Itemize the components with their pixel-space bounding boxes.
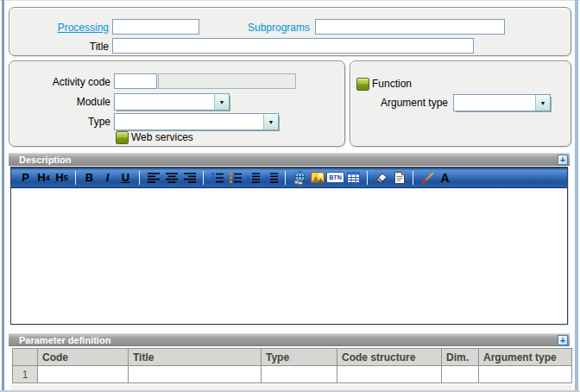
chevron-down-icon: ▼ [268, 119, 274, 125]
window-frame-right [575, 0, 578, 392]
window-frame-top [0, 0, 580, 1]
module-combo[interactable]: ▼ [114, 93, 230, 111]
outdent-icon[interactable] [262, 169, 281, 187]
align-left-icon[interactable] [144, 169, 162, 187]
indent-icon[interactable] [244, 169, 262, 187]
function-label: Function [372, 78, 412, 90]
argument-type-combo[interactable]: ▼ [453, 94, 551, 111]
font-color-button[interactable]: A [436, 169, 454, 187]
description-section-title: Description [19, 155, 72, 165]
insert-table-icon[interactable] [344, 169, 362, 187]
processing-input[interactable] [112, 19, 199, 35]
processing-link[interactable]: Processing [9, 22, 109, 34]
function-group-box: Function Argument type ▼ [350, 60, 571, 147]
heading5-button[interactable]: H5 [53, 169, 71, 187]
argument-type-combo-value [457, 97, 534, 109]
insert-image-icon[interactable] [308, 169, 326, 187]
toolbar-separator [413, 171, 413, 185]
toolbar-separator [285, 171, 286, 185]
cell-title[interactable] [129, 366, 262, 383]
column-header-type: Type [262, 349, 337, 366]
function-checkbox[interactable] [356, 78, 369, 91]
window-frame-left [2, 0, 4, 392]
module-combo-value [117, 96, 213, 108]
underline-button[interactable]: U [117, 169, 135, 187]
activity-code-input[interactable] [114, 73, 157, 89]
subprograms-input[interactable] [315, 19, 505, 35]
type-combo-value [117, 116, 262, 128]
subprograms-label: Subprograms [213, 22, 310, 34]
module-combo-button[interactable]: ▼ [214, 94, 229, 110]
subprogram-form-window: Processing Subprograms Title Activity co… [0, 0, 580, 392]
parameters-section-header: Parameter definition + [9, 333, 570, 346]
column-header-code: Code [38, 349, 129, 366]
row-number-header [13, 349, 38, 366]
row-number-cell[interactable]: 1 [13, 366, 38, 383]
module-label: Module [9, 96, 110, 108]
insert-button-icon[interactable]: BTN [326, 169, 344, 187]
column-header-argument-type: Argument type [479, 349, 572, 366]
type-combo[interactable]: ▼ [114, 113, 279, 130]
eraser-icon[interactable] [372, 169, 390, 187]
column-header-dim: Dim. [442, 349, 479, 366]
description-text-area[interactable] [11, 188, 567, 324]
source-document-icon[interactable] [390, 169, 408, 187]
align-center-icon[interactable] [162, 169, 180, 187]
cell-argument-type[interactable] [479, 366, 572, 383]
insert-link-globe-icon[interactable] [290, 169, 308, 187]
toolbar-separator [75, 171, 76, 185]
column-header-title: Title [129, 349, 262, 366]
cell-dim[interactable] [442, 366, 479, 383]
richtext-toolbar: P H4 H5 B I U [11, 168, 567, 188]
expand-section-icon[interactable]: + [558, 155, 568, 165]
numbered-list-icon[interactable] [226, 169, 244, 187]
details-group-box: Activity code Module ▼ Type ▼ Web servic… [9, 60, 345, 147]
italic-button[interactable]: I [98, 169, 117, 187]
bold-button[interactable]: B [80, 169, 98, 187]
argument-type-label: Argument type [350, 97, 448, 109]
chevron-down-icon: ▼ [540, 100, 546, 106]
bullet-list-icon[interactable] [208, 169, 226, 187]
activity-code-label: Activity code [9, 76, 110, 88]
toolbar-separator [203, 171, 204, 185]
title-input[interactable] [112, 38, 474, 54]
parameter-table: Code Title Type Code structure Dim. Argu… [12, 348, 572, 383]
parameter-table-header-row: Code Title Type Code structure Dim. Argu… [13, 349, 572, 366]
chevron-down-icon: ▼ [219, 99, 225, 105]
paragraph-button[interactable]: P [16, 169, 35, 187]
type-combo-button[interactable]: ▼ [263, 114, 278, 130]
header-group-box: Processing Subprograms Title [9, 7, 571, 56]
toolbar-separator [367, 171, 368, 185]
table-row: 1 [13, 366, 572, 383]
paintbrush-icon[interactable] [418, 169, 436, 187]
description-editor: P H4 H5 B I U [10, 167, 568, 325]
web-services-label: Web services [131, 131, 193, 143]
title-label: Title [9, 41, 109, 53]
column-header-code-structure: Code structure [337, 349, 442, 366]
heading4-button[interactable]: H4 [35, 169, 53, 187]
argument-type-combo-button[interactable]: ▼ [535, 95, 550, 111]
cell-code-structure[interactable] [337, 366, 442, 383]
activity-code-description-field [158, 73, 296, 89]
expand-section-icon[interactable]: + [558, 335, 568, 345]
cell-code[interactable] [38, 366, 129, 383]
toolbar-separator [139, 171, 140, 185]
parameters-section-title: Parameter definition [19, 335, 110, 345]
web-services-checkbox[interactable] [116, 131, 129, 144]
align-right-icon[interactable] [180, 169, 199, 187]
type-label: Type [9, 116, 110, 128]
description-section-header: Description + [9, 153, 570, 166]
cell-type[interactable] [262, 366, 337, 383]
